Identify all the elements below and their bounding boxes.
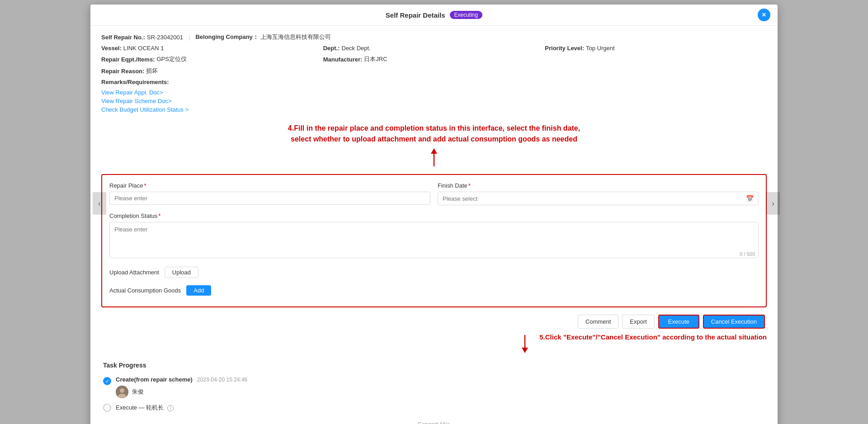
annotation2: 5.Click "Execute"/"Cancel Execution" acc… [539,333,767,341]
task-progress-title: Task Progress [103,362,765,369]
task-1-username: 朱俊 [132,388,144,396]
form-section: Repair Place* Finish Date* 📅 [101,174,767,307]
info-row-3: Repair Eqpt./Items: GPS定位仪 Manufacturer:… [101,55,767,63]
view-repair-scheme-link[interactable]: View Repair Scheme Doc> [101,98,767,104]
cancel-execution-button[interactable]: Cancel Execution [703,315,765,329]
task-1-info: Create(from repair scheme) 2023-04-20 15… [116,376,765,398]
svg-point-5 [120,388,124,393]
task-1-user: 朱俊 [116,386,765,398]
consumption-label: Actual Consumption Goods [109,287,181,294]
status-badge: Executing [450,11,483,19]
task-1-time: 2023-04-20 15:24:46 [197,377,247,383]
repair-eqpt-label: Repair Eqpt./Items: [101,56,155,63]
expand-all[interactable]: Expand All∨ [103,421,765,424]
task-2-name: Execute — 轮机长 i [116,404,174,412]
info-row-4: Repair Reason: 损坏 [101,67,767,75]
task-pending-icon [103,404,111,412]
belonging-company-label: Belonging Company： [195,33,258,41]
svg-marker-1 [431,148,437,154]
task-progress-section: Task Progress ✓ Create(from repair schem… [101,362,767,424]
task-item-2: Execute — 轮机长 i [103,404,765,412]
finish-date-input[interactable] [443,195,746,202]
completion-status-textarea[interactable] [109,222,759,258]
dept-label: Dept.: [323,45,340,52]
info-icon[interactable]: i [167,405,174,411]
repair-no-value: SR-23042001 [147,34,183,41]
up-arrow-icon [429,148,439,166]
completion-textarea-wrapper: 0 / 500 [109,222,759,259]
finish-date-group: Finish Date* 📅 [438,182,759,205]
comment-button[interactable]: Comment [578,315,618,329]
dept-value: Deck Dept. [342,45,371,52]
svg-marker-3 [522,348,528,353]
nav-arrow-right[interactable]: › [766,192,780,215]
remarks-row: Remarks/Requirements: [101,79,767,85]
upload-button[interactable]: Upload [165,267,198,278]
priority-value: Top Urgent [586,45,615,52]
manufacturer-value: 日本JRC [364,55,387,63]
modal-header: Self Repair Details Executing × [90,5,778,26]
down-arrow-icon [519,335,530,353]
modal-title: Self Repair Details [386,11,445,19]
repair-place-label: Repair Place* [109,182,430,189]
repair-place-group: Repair Place* [109,182,430,205]
annotation1: 4.Fill in the repair place and completio… [198,123,670,145]
consumption-section: Actual Consumption Goods Add [109,285,759,296]
remarks-label: Remarks/Requirements: [101,79,169,85]
info-row-1: Self Repair No.: SR-23042001 | Belonging… [101,33,767,41]
view-repair-appl-link[interactable]: View Repair Appl. Doc> [101,89,767,96]
check-budget-link[interactable]: Check Budget Utilization Status > [101,106,767,113]
calendar-icon: 📅 [746,195,754,202]
modal-body: Self Repair No.: SR-23042001 | Belonging… [90,26,778,424]
task-completed-icon: ✓ [103,377,111,385]
add-button[interactable]: Add [186,285,211,296]
repair-reason-value: 损坏 [146,67,158,75]
repair-reason-label: Repair Reason: [101,68,144,75]
action-bar: Comment Export Execute Cancel Execution [101,315,767,329]
upload-section: Upload Attachment Upload [109,267,759,278]
task-1-avatar [116,386,128,398]
form-row-1: Repair Place* Finish Date* 📅 [109,182,759,205]
upload-label: Upload Attachment [109,269,159,276]
completion-status-group: Completion Status* 0 / 500 [109,212,759,259]
repair-place-input[interactable] [109,192,430,205]
completion-status-label: Completion Status* [109,212,759,219]
vessel-label: Vessel: [101,45,122,52]
nav-arrow-left[interactable]: ‹ [93,192,106,215]
belonging-company-value: 上海互海信息科技有限公司 [260,33,331,41]
export-button[interactable]: Export [622,315,655,329]
modal-overlay: ‹ Self Repair Details Executing × Self R… [0,0,868,424]
char-count: 0 / 500 [740,251,755,257]
repair-eqpt-value: GPS定位仪 [156,55,186,63]
links-section: View Repair Appl. Doc> View Repair Schem… [101,89,767,115]
repair-no-label: Self Repair No.: [101,34,145,41]
task-item-1: ✓ Create(from repair scheme) 2023-04-20 … [103,376,765,398]
info-row-2: Vessel: LINK OCEAN 1 Dept.: Deck Dept. P… [101,45,767,52]
finish-date-input-wrapper[interactable]: 📅 [438,192,759,205]
modal: Self Repair Details Executing × Self Rep… [90,5,778,424]
close-button[interactable]: × [758,9,770,21]
execute-button[interactable]: Execute [658,315,699,329]
finish-date-label: Finish Date* [438,182,759,189]
priority-label: Priority Level: [545,45,584,52]
vessel-value: LINK OCEAN 1 [123,45,164,52]
manufacturer-label: Manufacturer: [323,56,363,63]
task-1-name: Create(from repair scheme) [116,376,193,383]
